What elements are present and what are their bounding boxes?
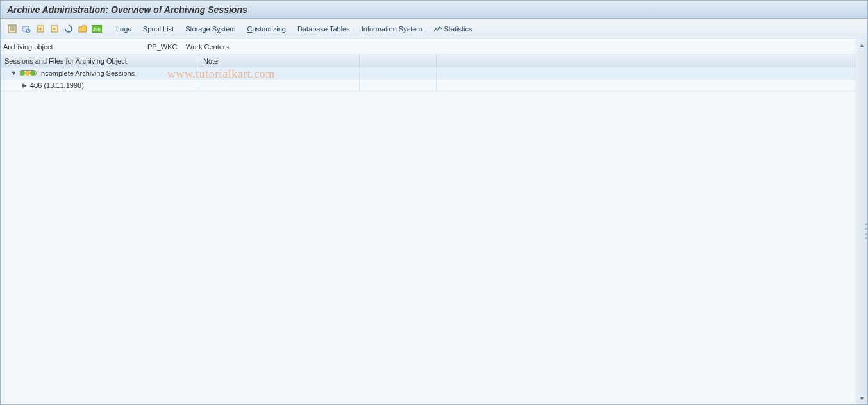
main-content: www.tutorialkart.com Archiving object PP… <box>1 39 856 404</box>
detail-icon[interactable] <box>20 22 33 35</box>
info-code: PP_WKC <box>147 43 186 51</box>
customizing-button[interactable]: Customizing <box>242 22 291 35</box>
info-desc: Work Centers <box>186 43 229 51</box>
spool-list-button[interactable]: Spool List <box>138 22 179 35</box>
content-area: www.tutorialkart.com Archiving object PP… <box>1 39 867 404</box>
stats-icon <box>433 25 442 33</box>
grid-header: Sessions and Files for Archiving Object … <box>1 55 856 67</box>
expand-toggle-icon[interactable]: ▶ <box>22 82 29 89</box>
application-toolbar: Job Logs Spool List Storage System Custo… <box>1 19 867 39</box>
scroll-down-icon[interactable]: ▼ <box>858 394 867 403</box>
page-title: Archive Administration: Overview of Arch… <box>7 4 247 15</box>
list-icon[interactable] <box>6 22 19 35</box>
scroll-up-icon[interactable]: ▲ <box>858 40 867 49</box>
refresh-icon[interactable] <box>62 22 75 35</box>
collapse-icon[interactable] <box>48 22 61 35</box>
column-blank[interactable] <box>360 55 437 67</box>
traffic-light-icon <box>19 70 37 76</box>
info-row: Archiving object PP_WKC Work Centers <box>1 39 856 55</box>
svg-text:Job: Job <box>93 27 100 31</box>
information-system-button[interactable]: Information System <box>356 22 428 35</box>
tree-row-item[interactable]: ▶ 406 (13.11.1998) <box>1 80 856 92</box>
tree-row-folder[interactable]: ▼ Incomplete Archiving Sessions <box>1 67 856 80</box>
storage-system-button[interactable]: Storage System <box>180 22 240 35</box>
info-label: Archiving object <box>3 43 147 51</box>
collapse-toggle-icon[interactable]: ▼ <box>11 70 17 76</box>
expand-icon[interactable] <box>34 22 47 35</box>
grid-body: ▼ Incomplete Archiving Sessions ▶ 406 (1… <box>1 67 856 92</box>
row-label: 406 (13.11.1998) <box>30 82 84 89</box>
job-icon[interactable]: Job <box>90 22 103 35</box>
title-bar: Archive Administration: Overview of Arch… <box>1 1 867 19</box>
column-sessions[interactable]: Sessions and Files for Archiving Object <box>1 55 199 67</box>
app-window: Archive Administration: Overview of Arch… <box>0 0 868 405</box>
logs-button[interactable]: Logs <box>111 22 137 35</box>
folder-icon[interactable] <box>76 22 89 35</box>
vertical-scrollbar[interactable]: ▲ ▼ <box>856 39 867 404</box>
column-note[interactable]: Note <box>199 55 360 67</box>
row-label: Incomplete Archiving Sessions <box>39 69 135 77</box>
database-tables-button[interactable]: Database Tables <box>292 22 355 35</box>
statistics-button[interactable]: Statistics <box>428 22 477 35</box>
resizer-handle[interactable] <box>864 222 867 241</box>
